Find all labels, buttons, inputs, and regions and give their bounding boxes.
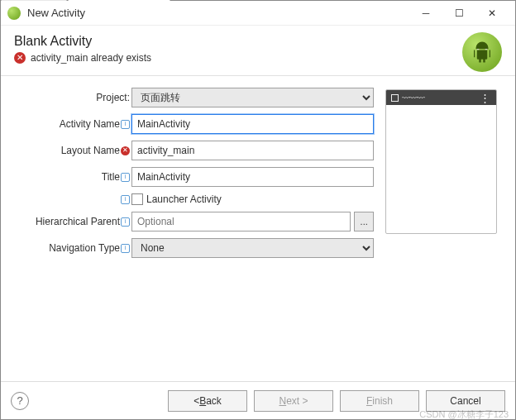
window-title: New Activity [27,7,409,19]
watermark: CSDN @冰糖李子123 [419,408,509,420]
preview-title-squiggle: 〰〰〰 [402,93,476,103]
maximize-button[interactable]: ☐ [442,2,475,25]
dialog-header: Blank Activity ✕ activity_main already e… [1,26,515,70]
title-label: Title [102,171,120,183]
browse-button[interactable]: ... [354,212,374,231]
minimize-button[interactable]: ─ [409,2,442,25]
editor-tabs: inActivity.java ◇ *activity_main.xml ✕ [1,0,171,1]
dialog-window: inActivity.java ◇ *activity_main.xml ✕ N… [0,0,516,420]
layout-name-label: Layout Name [61,145,120,156]
editor-tab[interactable]: inActivity.java [1,0,67,1]
info-icon: i [121,120,130,129]
editor-tab-active[interactable]: ◇ *activity_main.xml ✕ [68,0,170,1]
project-label: Project: [96,92,130,103]
hier-parent-input[interactable] [131,212,351,231]
error-text: activity_main already exists [31,52,151,64]
device-preview: 〰〰〰 ⋮ [385,89,497,234]
activity-name-input[interactable] [131,114,374,134]
activity-name-label: Activity Name [60,118,120,130]
overflow-icon: ⋮ [480,92,491,104]
nav-type-select[interactable]: None [131,238,374,258]
next-button[interactable]: Next > [254,390,333,412]
preview-pane: 〰〰〰 ⋮ [385,88,505,381]
info-icon: i [121,217,130,227]
info-icon: i [121,195,130,204]
back-button[interactable]: < Back [168,390,247,412]
title-bar: New Activity ─ ☐ ✕ [1,1,515,26]
form-area: Project: 页面跳转 Activity Name i La [1,75,515,381]
help-button[interactable]: ? [11,392,29,410]
finish-button[interactable]: Finish [340,390,419,412]
hier-parent-label: Hierarchical Parent [36,216,120,227]
launcher-label: Launcher Activity [146,193,222,205]
error-message: ✕ activity_main already exists [14,52,502,64]
layout-name-input[interactable] [131,141,374,160]
title-input[interactable] [131,167,374,187]
preview-app-icon [391,94,399,102]
error-icon: ✕ [14,52,26,64]
launcher-checkbox[interactable] [131,193,143,205]
close-button[interactable]: ✕ [475,2,509,25]
preview-status-bar: 〰〰〰 ⋮ [386,90,496,105]
nav-type-label: Navigation Type [49,242,120,254]
info-icon: i [121,244,130,253]
info-icon: i [121,173,130,182]
form-fields: Project: 页面跳转 Activity Name i La [11,88,374,381]
android-logo [462,32,502,72]
app-icon [7,7,21,20]
error-icon: ✕ [121,146,130,155]
project-select[interactable]: 页面跳转 [131,88,374,107]
page-title: Blank Activity [14,34,502,49]
